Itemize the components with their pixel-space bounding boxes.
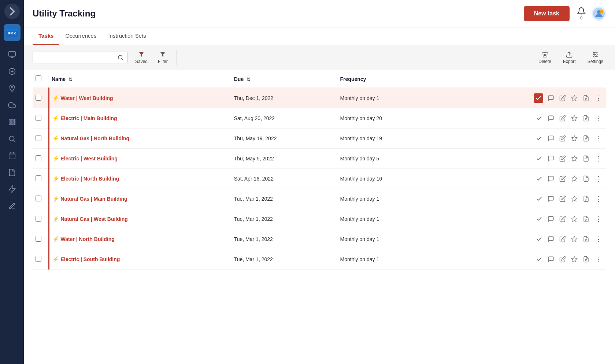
comment-button[interactable] (547, 235, 555, 243)
star-button[interactable] (570, 155, 578, 163)
task-name-link[interactable]: Water | West Building (61, 95, 113, 101)
sidebar-item-lightning[interactable] (5, 182, 19, 196)
complete-button[interactable] (534, 93, 543, 103)
more-options-button[interactable]: ⋮ (594, 234, 603, 244)
edit-button[interactable] (559, 235, 567, 243)
complete-button[interactable] (535, 195, 543, 203)
star-button[interactable] (570, 215, 578, 223)
edit-button[interactable] (559, 175, 567, 183)
sidebar-item-calendar[interactable] (5, 149, 19, 163)
sidebar-collapse-btn[interactable] (4, 4, 20, 19)
comment-button[interactable] (547, 195, 555, 203)
comment-button[interactable] (547, 215, 555, 223)
star-button[interactable] (570, 134, 578, 142)
sidebar-item-plus[interactable] (5, 64, 19, 78)
task-name-link[interactable]: Electric | South Building (61, 256, 120, 262)
more-options-button[interactable]: ⋮ (594, 114, 603, 123)
star-button[interactable] (570, 235, 578, 243)
edit-button[interactable] (559, 195, 567, 203)
more-options-button[interactable]: ⋮ (594, 194, 603, 204)
star-button[interactable] (570, 114, 578, 122)
new-task-button[interactable]: New task (524, 6, 570, 21)
complete-button[interactable] (535, 175, 543, 183)
task-name-link[interactable]: Water | North Building (61, 236, 115, 242)
notes-button[interactable] (582, 155, 590, 163)
notification-bell[interactable]: 0 (577, 7, 586, 20)
comment-button[interactable] (547, 255, 555, 263)
task-name-link[interactable]: Electric | Main Building (61, 115, 117, 121)
row-checkbox[interactable] (36, 175, 41, 181)
sidebar-item-location[interactable] (5, 81, 19, 95)
complete-button[interactable] (535, 235, 543, 243)
delete-button[interactable]: Delete (536, 49, 554, 66)
task-name-link[interactable]: Electric | North Building (61, 176, 119, 182)
comment-button[interactable] (547, 114, 555, 122)
comment-button[interactable] (547, 175, 555, 183)
more-options-button[interactable]: ⋮ (594, 134, 603, 143)
more-options-button[interactable]: ⋮ (594, 214, 603, 224)
row-checkbox[interactable] (36, 236, 41, 242)
edit-button[interactable] (559, 215, 567, 223)
task-name-link[interactable]: Natural Gas | West Building (61, 216, 128, 222)
sidebar-item-search[interactable] (5, 132, 19, 146)
notes-button[interactable] (582, 175, 590, 183)
notes-button[interactable] (582, 255, 590, 263)
tab-tasks[interactable]: Tasks (33, 27, 59, 45)
complete-button[interactable] (535, 155, 543, 163)
sidebar-item-monitor[interactable] (5, 48, 19, 62)
complete-button[interactable] (535, 215, 543, 223)
due-column-header[interactable]: Due ⇅ (231, 70, 337, 88)
more-options-button[interactable]: ⋮ (594, 174, 603, 183)
row-checkbox[interactable] (36, 216, 41, 222)
star-button[interactable] (570, 94, 578, 102)
sidebar-item-documents[interactable] (5, 166, 19, 179)
more-options-button[interactable]: ⋮ (594, 255, 603, 264)
settings-button[interactable]: Settings (585, 49, 606, 66)
notes-button[interactable] (582, 215, 590, 223)
user-avatar[interactable] (592, 6, 606, 21)
edit-button[interactable] (559, 255, 567, 263)
star-button[interactable] (570, 195, 578, 203)
sidebar-item-barcode[interactable] (5, 115, 19, 129)
name-column-header[interactable]: Name ⇅ (49, 70, 231, 88)
row-checkbox[interactable] (36, 115, 41, 121)
filter-button[interactable]: Filter (155, 49, 171, 66)
sidebar-item-cloud[interactable] (5, 98, 19, 112)
more-options-button[interactable]: ⋮ (594, 154, 603, 163)
task-name-link[interactable]: Natural Gas | North Building (61, 135, 129, 141)
more-options-button[interactable]: ⋮ (594, 93, 603, 103)
app-logo[interactable]: FMX (4, 24, 21, 41)
saved-filter-button[interactable]: Saved (132, 49, 151, 66)
row-checkbox[interactable] (36, 135, 41, 141)
edit-button[interactable] (559, 94, 567, 102)
tab-occurrences[interactable]: Occurrences (59, 27, 102, 45)
search-button[interactable] (117, 54, 124, 61)
notes-button[interactable] (582, 134, 590, 142)
task-name-link[interactable]: Natural Gas | Main Building (61, 196, 127, 202)
sidebar-item-pen[interactable] (5, 199, 19, 213)
notes-button[interactable] (582, 114, 590, 122)
notes-button[interactable] (582, 94, 590, 102)
edit-button[interactable] (559, 134, 567, 142)
notes-button[interactable] (582, 235, 590, 243)
task-name-link[interactable]: Electric | West Building (61, 156, 118, 161)
select-all-checkbox[interactable] (36, 75, 41, 81)
complete-button[interactable] (535, 255, 543, 263)
complete-button[interactable] (535, 134, 543, 142)
notes-button[interactable] (582, 195, 590, 203)
edit-button[interactable] (559, 114, 567, 122)
complete-button[interactable] (535, 114, 543, 122)
star-button[interactable] (570, 255, 578, 263)
comment-button[interactable] (547, 94, 555, 102)
comment-button[interactable] (547, 155, 555, 163)
comment-button[interactable] (547, 134, 555, 142)
row-checkbox[interactable] (36, 155, 41, 161)
edit-button[interactable] (559, 155, 567, 163)
export-button[interactable]: Export (560, 49, 579, 66)
star-button[interactable] (570, 175, 578, 183)
search-input[interactable] (37, 55, 117, 60)
row-checkbox[interactable] (36, 95, 41, 101)
tab-instruction-sets[interactable]: Instruction Sets (102, 27, 152, 45)
row-checkbox[interactable] (36, 256, 41, 262)
row-checkbox[interactable] (36, 196, 41, 201)
